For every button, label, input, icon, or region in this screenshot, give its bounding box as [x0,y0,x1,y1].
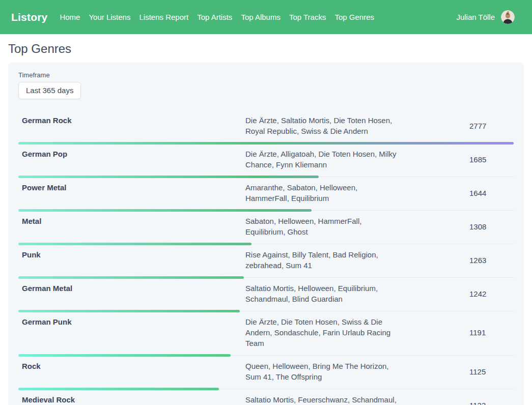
genre-name: German Metal [18,283,245,293]
nav-item-top-tracks[interactable]: Top Tracks [289,13,326,21]
genre-count: 2777 [469,122,513,130]
genre-artists: Saltatio Mortis, Helloween, Equilibrium,… [245,283,398,304]
nav-item-home[interactable]: Home [60,13,80,21]
nav-item-top-albums[interactable]: Top Albums [241,13,281,21]
genre-artists: Rise Against, Billy Talent, Bad Religion… [245,249,398,271]
nav-item-top-artists[interactable]: Top Artists [197,13,232,21]
nav-item-top-genres[interactable]: Top Genres [334,13,374,21]
genre-row: Rock Queen, Helloween, Bring Me The Hori… [18,356,514,389]
genre-table: German Rock Die Ärzte, Saltatio Mortis, … [18,110,514,405]
nav-item-your-listens[interactable]: Your Listens [89,13,130,21]
genre-artists: Die Ärzte, Alligatoah, Die Toten Hosen, … [245,149,398,170]
app-logo[interactable]: Listory [11,11,47,23]
genre-name: Medieval Rock [18,394,245,404]
genre-count: 1191 [469,328,513,337]
genre-row: German Rock Die Ärzte, Saltatio Mortis, … [18,110,514,143]
genre-count: 1123 [469,401,513,405]
genre-row: German Metal Saltatio Mortis, Helloween,… [18,278,514,311]
genre-name: Power Metal [18,182,245,192]
genre-row: German Punk Die Ärzte, Die Toten Hosen, … [18,311,514,356]
user-menu[interactable]: Julian Tölle [456,10,515,24]
user-avatar-icon[interactable] [501,10,515,24]
navbar: Listory HomeYour ListensListens ReportTo… [0,0,532,34]
user-name[interactable]: Julian Tölle [456,13,495,21]
genre-row: Medieval Rock Saltatio Mortis, Feuerschw… [18,389,514,405]
genre-count: 1685 [469,155,513,164]
genre-count: 1242 [469,290,513,298]
genre-count: 1644 [469,189,513,197]
genre-name: Punk [18,249,245,259]
top-genres-card: Timeframe Last 365 days German Rock Die … [8,63,524,405]
genre-artists: Sabaton, Helloween, HammerFall, Equilibr… [245,216,398,237]
genre-artists: Saltatio Mortis, Feuerschwanz, Schandmau… [245,394,398,405]
page-title: Top Genres [8,42,524,56]
genre-row: Metal Sabaton, Helloween, HammerFall, Eq… [18,211,514,244]
timeframe-select[interactable]: Last 365 days [18,82,81,99]
genre-count: 1125 [469,367,513,376]
genre-artists: Die Ärzte, Saltatio Mortis, Die Toten Ho… [245,115,398,136]
genre-artists: Amaranthe, Sabaton, Helloween, HammerFal… [245,182,398,204]
genre-row: Power Metal Amaranthe, Sabaton, Hellowee… [18,177,514,211]
nav-item-listens-report[interactable]: Listens Report [139,13,188,21]
genre-count: 1308 [469,222,513,231]
timeframe-label: Timeframe [18,71,514,79]
genre-name: German Rock [18,115,245,125]
genre-count: 1263 [469,256,513,265]
genre-name: German Punk [18,316,245,326]
genre-artists: Die Ärzte, Die Toten Hosen, Swiss & Die … [245,316,398,349]
genre-name: Rock [18,361,245,370]
main-content: Top Genres Timeframe Last 365 days Germa… [0,42,532,405]
genre-artists: Queen, Helloween, Bring Me The Horizon, … [245,361,398,382]
genre-row: Punk Rise Against, Billy Talent, Bad Rel… [18,244,514,278]
genre-name: German Pop [18,149,245,158]
genre-row: German Pop Die Ärzte, Alligatoah, Die To… [18,143,514,177]
genre-name: Metal [18,216,245,225]
nav-links: HomeYour ListensListens ReportTop Artist… [60,13,374,21]
